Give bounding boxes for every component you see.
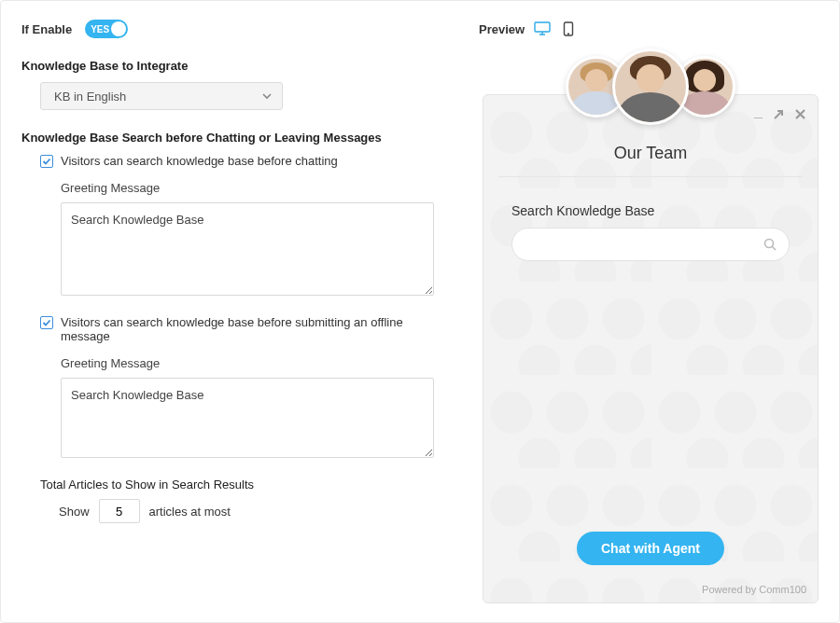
kb-select-value: KB in English [54,90,126,104]
powered-by: Powered by Comm100 [702,584,806,595]
before-offline-greeting-textarea[interactable] [61,378,434,458]
before-offline-label: Visitors can search knowledge base befor… [61,315,415,343]
before-chat-greeting-textarea[interactable] [61,202,434,296]
settings-page: If Enable YES Knowledge Base to Integrat… [0,0,840,623]
search-icon [763,237,777,252]
before-offline-row: Visitors can search knowledge base befor… [40,315,464,343]
svg-point-2 [765,240,774,248]
enable-label: If Enable [21,22,72,36]
settings-form: If Enable YES Knowledge Base to Integrat… [21,20,464,613]
before-offline-greeting-label: Greeting Message [61,356,464,370]
desktop-icon[interactable] [534,21,551,36]
svg-rect-0 [535,22,550,32]
before-offline-greeting-block: Greeting Message [61,356,464,461]
before-offline-checkbox[interactable] [40,316,53,329]
minimize-icon[interactable]: _ [754,104,763,120]
toggle-value: YES [91,24,109,35]
avatar [612,48,689,125]
preview-label: Preview [479,22,525,36]
total-articles-input[interactable] [99,499,140,523]
preview-kb-search[interactable] [511,228,790,261]
popout-icon[interactable] [772,108,785,124]
preview-header: Preview [479,21,819,36]
close-icon[interactable] [794,108,806,124]
before-chat-greeting-label: Greeting Message [61,181,464,195]
total-prefix: Show [59,505,90,519]
chat-with-agent-button[interactable]: Chat with Agent [577,532,724,565]
kb-search-heading: Knowledge Base Search before Chatting or… [21,131,464,145]
before-chat-greeting-block: Greeting Message [61,181,464,298]
kb-select[interactable]: KB in English [40,82,283,110]
mobile-icon[interactable] [560,21,577,36]
widget-controls: _ [754,108,806,124]
before-chat-label: Visitors can search knowledge base befor… [61,154,338,168]
enable-row: If Enable YES [21,20,464,38]
preview-pane: Preview _ Our [473,20,819,613]
preview-kb-label: Search Knowledge Base [511,203,790,218]
chat-widget-preview: _ Our Team Search Knowledge Base [483,94,819,603]
enable-toggle[interactable]: YES [85,20,128,38]
total-suffix: articles at most [149,505,231,519]
team-avatars [566,56,735,125]
toggle-knob-icon [111,21,126,36]
total-articles-label: Total Articles to Show in Search Results [40,478,464,491]
before-chat-row: Visitors can search knowledge base befor… [40,154,464,168]
before-chat-checkbox[interactable] [40,155,53,168]
total-articles-row: Show articles at most [59,499,464,523]
kb-integrate-label: Knowledge Base to Integrate [21,59,464,73]
chevron-down-icon [261,90,273,102]
